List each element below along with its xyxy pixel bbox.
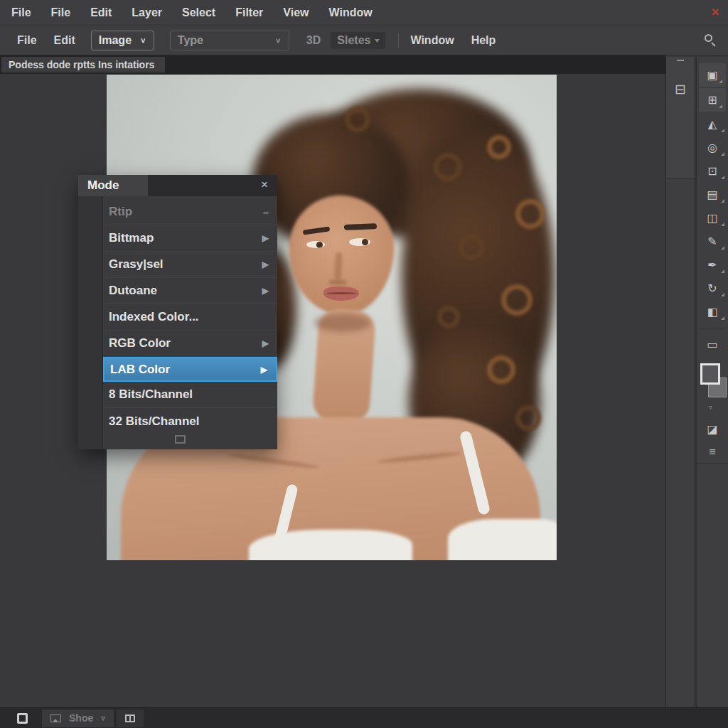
cami-fabric-left	[249, 530, 412, 560]
pen-tool[interactable]: ✒	[697, 253, 728, 277]
menu-item-32-bits[interactable]: 32 Bits/Channel	[103, 408, 277, 434]
selection-frame-tool[interactable]: ▣	[699, 63, 726, 87]
menu-item-label: 32 Bits/Channel	[109, 414, 269, 429]
appmenu-edit[interactable]: Edit	[54, 34, 75, 47]
menu-item-label: 8 Bits/Channel	[109, 387, 269, 402]
workspace-square-icon[interactable]	[17, 713, 28, 724]
menu-item-8-bits[interactable]: 8 Bits/Channel	[103, 382, 277, 408]
menu-file[interactable]: File	[51, 6, 71, 19]
menu-view[interactable]: View	[283, 6, 309, 19]
side-panel-column: ⊟	[665, 57, 695, 707]
app-menu-bar: File Edit Image ∨ Type ∨ 3D Sletes ▾ Win…	[0, 26, 728, 55]
type-menu-dropdown[interactable]: Type ∨	[170, 31, 289, 50]
menu-item-indexed-color[interactable]: Indexed Color...	[103, 304, 277, 331]
status-strip: Podess dode rptts Ins intatiors	[0, 55, 665, 74]
selection-frame-icon: ▣	[707, 68, 717, 82]
menu-item-duotone[interactable]: Dutoane ▶	[103, 278, 277, 304]
lasso-icon: ◭	[708, 117, 717, 131]
menu-file-window[interactable]: File	[11, 6, 31, 19]
zoom-search-icon[interactable]	[704, 34, 717, 47]
crop-tool[interactable]: ⊡	[697, 159, 728, 183]
foreground-color-swatch[interactable]	[700, 363, 720, 385]
clone-stamp-tool[interactable]: ◫	[697, 206, 728, 230]
mode-menu-panel: Mode × Rtip – Bittmap ▶ Grasy|sel ▶ Duto…	[78, 175, 277, 449]
brush-icon: ✎	[707, 235, 717, 248]
submenu-arrow-icon: ▶	[262, 259, 269, 269]
submenu-arrow-icon: ▶	[261, 365, 267, 375]
image-menu-dropdown[interactable]: Image ∨	[91, 31, 154, 50]
fill-tool[interactable]: ◧	[697, 300, 728, 323]
nose-shadow	[334, 252, 343, 279]
swap-colors-icon[interactable]: ▿	[709, 403, 712, 411]
toolbar-divider	[700, 328, 725, 328]
quick-selection-icon: ◎	[707, 141, 717, 154]
panel-toggle-chip[interactable]	[117, 710, 144, 727]
mode-panel-close-icon[interactable]: ×	[258, 177, 271, 193]
chevron-down-icon: ▾	[375, 36, 379, 44]
submenu-arrow-icon: ▶	[262, 233, 269, 243]
bottom-status-bar: Shoe ▿	[0, 707, 728, 728]
clone-stamp-icon: ◫	[707, 211, 717, 225]
magnifier-lens	[705, 34, 712, 42]
curl-ring	[501, 284, 532, 316]
panel-collapse-dash[interactable]	[677, 60, 684, 61]
pen-icon: ✒	[707, 258, 717, 272]
screen-mode-icon: ▭	[707, 338, 717, 351]
toolbar-menu-button[interactable]: ≡	[697, 441, 728, 464]
chevron-down-icon: ∨	[275, 36, 282, 44]
mask-overlap-tool[interactable]: ◪	[697, 417, 728, 441]
appmenu-3d[interactable]: 3D	[306, 34, 321, 47]
menu-edit[interactable]: Edit	[90, 6, 112, 19]
screen-mode-tool[interactable]: ▭	[697, 333, 728, 356]
menu-item-lab-color-selected[interactable]: LAB Color ▶	[103, 357, 277, 382]
appmenu-states-chip[interactable]: Sletes ▾	[331, 32, 385, 49]
menu-select[interactable]: Select	[182, 6, 215, 19]
curl-ring	[487, 355, 515, 384]
menu-item-label: Bittmap	[109, 231, 262, 245]
iris-right	[362, 239, 368, 245]
eye-left	[306, 241, 325, 248]
fill-bucket-icon: ◧	[707, 305, 717, 318]
frame-tool[interactable]: ▤	[697, 183, 728, 206]
document-chip[interactable]: Shoe ▿	[42, 710, 114, 727]
rotate-icon: ↻	[707, 282, 717, 295]
magnifier-handle	[711, 42, 715, 46]
menu-layer[interactable]: Layer	[132, 6, 162, 19]
menu-item-label: Dutoane	[109, 284, 262, 298]
menu-filter[interactable]: Filter	[235, 6, 263, 19]
document-label: Shoe	[69, 712, 93, 724]
menu-item-bitmap[interactable]: Bittmap ▶	[103, 225, 277, 252]
menu-lines-icon: ≡	[709, 446, 715, 459]
appmenu-window[interactable]: Window	[410, 34, 454, 47]
curl-ring	[345, 107, 370, 132]
frame-icon: ▤	[707, 188, 717, 201]
image-thumbnail-icon	[50, 714, 61, 722]
lasso-tool[interactable]: ◭	[697, 112, 728, 136]
menu-item-label: Rtip	[109, 205, 263, 219]
artboard-icon: ⊞	[707, 93, 717, 107]
mode-menu-list: Rtip – Bittmap ▶ Grasy|sel ▶ Dutoane ▶ I…	[102, 196, 277, 449]
window-menu-bar: File File Edit Layer Select Filter View …	[0, 0, 728, 26]
jaw-shadow	[314, 314, 371, 332]
image-menu-label: Image	[99, 34, 132, 47]
menu-item-label: Indexed Color...	[109, 310, 269, 324]
tools-toolbar: ▣ ⊞ ◭ ◎ ⊡ ▤ ◫ ✎ ✒ ↻ ◧ ▭ ▿ ◪ ≡	[696, 57, 728, 707]
panel-resize-handle[interactable]	[175, 435, 186, 444]
appmenu-help[interactable]: Help	[471, 34, 496, 47]
appmenu-file[interactable]: File	[17, 34, 37, 47]
panel-preview-cell[interactable]: ⊟	[666, 57, 695, 179]
menu-item-rgb-color[interactable]: RGB Color ▶	[103, 331, 277, 357]
menu-window[interactable]: Window	[328, 6, 372, 19]
mode-panel-title: Mode	[78, 175, 148, 196]
artboard-tool[interactable]: ⊞	[699, 88, 726, 112]
panel-rectangle-icon	[125, 714, 135, 722]
brush-tool[interactable]: ✎	[697, 230, 728, 253]
rotate-view-tool[interactable]: ↻	[697, 277, 728, 300]
status-strip-text: Podess dode rptts Ins intatiors	[1, 57, 165, 73]
menu-item-grayscale[interactable]: Grasy|sel ▶	[103, 252, 277, 278]
chevron-down-icon: ∨	[140, 36, 146, 44]
mode-panel-titlebar[interactable]: Mode ×	[78, 175, 277, 196]
mouth-line	[326, 292, 356, 294]
window-close-icon[interactable]: ×	[708, 5, 722, 19]
quick-selection-tool[interactable]: ◎	[697, 136, 728, 159]
